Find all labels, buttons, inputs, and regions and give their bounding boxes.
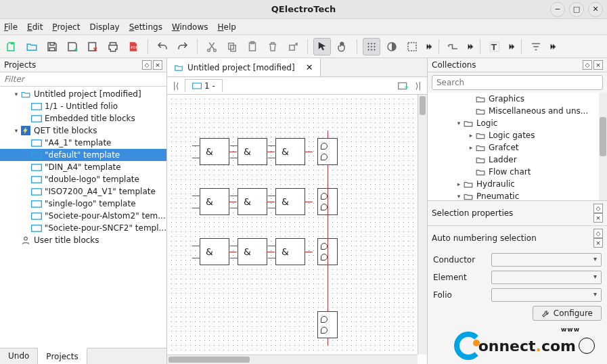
- collections-scrollbar[interactable]: [599, 93, 607, 200]
- contrast-button[interactable]: [383, 38, 401, 55]
- collection-item[interactable]: ▾Pneumatic: [428, 190, 607, 201]
- svg-point-14: [368, 49, 369, 50]
- configure-button[interactable]: Configure: [533, 306, 602, 321]
- conductor-combo[interactable]: [491, 253, 602, 267]
- svg-rect-25: [32, 152, 42, 158]
- tree-item[interactable]: ▾Untitled project [modified]: [0, 88, 166, 100]
- tree-item[interactable]: ▾QET title blocks: [0, 124, 166, 137]
- new-project-button[interactable]: [3, 38, 20, 55]
- projects-close-button[interactable]: ×: [153, 60, 162, 70]
- export-pdf-button[interactable]: PDF: [125, 38, 142, 55]
- autonum-close-button[interactable]: ×: [593, 238, 603, 248]
- save-button[interactable]: [43, 38, 61, 55]
- window-title: QElectroTech: [271, 4, 336, 14]
- filter-tool-button[interactable]: [527, 38, 545, 55]
- tree-item[interactable]: "ISO7200_A4_V1" template: [0, 185, 166, 198]
- canvas-vertical-scrollbar[interactable]: [418, 95, 427, 355]
- tree-item[interactable]: "single-logo" template: [0, 198, 166, 210]
- folio-label: Folio: [433, 290, 487, 300]
- toolbar-overflow-3[interactable]: [506, 41, 516, 53]
- collection-item[interactable]: ▸Grafcet: [428, 141, 607, 154]
- menu-edit[interactable]: Edit: [27, 22, 43, 32]
- collections-close-button[interactable]: ×: [593, 60, 603, 70]
- element-combo[interactable]: [491, 271, 602, 284]
- collections-panel-title: Collections: [432, 60, 476, 70]
- toolbar-overflow-1[interactable]: [424, 41, 433, 53]
- folio-last-button[interactable]: ⟩|: [412, 80, 424, 92]
- tree-item[interactable]: 1/1 - Untitled folio: [0, 100, 166, 112]
- selprops-close-button[interactable]: ×: [593, 213, 603, 223]
- folio-combo[interactable]: [491, 288, 602, 302]
- rotate-button[interactable]: [284, 38, 302, 55]
- save-as-button[interactable]: [64, 38, 81, 55]
- collection-item[interactable]: Miscellaneous and uns...: [428, 105, 607, 117]
- collection-item[interactable]: Flow chart: [428, 166, 607, 178]
- tree-item[interactable]: "double-logo" template: [0, 173, 166, 185]
- tree-item[interactable]: "Societe-pour-SNCF2" templ...: [0, 222, 166, 234]
- document-tab[interactable]: Untitled project [modified] ✕: [167, 58, 321, 76]
- svg-point-1: [208, 49, 210, 51]
- collections-search-input[interactable]: [432, 75, 603, 90]
- close-project-button[interactable]: [84, 38, 102, 55]
- tree-item[interactable]: "Societe-pour-Alstom2" tem...: [0, 210, 166, 222]
- delete-button[interactable]: [264, 38, 282, 55]
- collections-tree[interactable]: GraphicsMiscellaneous and uns...▾Logic▸L…: [428, 93, 607, 201]
- tree-item[interactable]: Embedded title blocks: [0, 112, 166, 124]
- tab-undo[interactable]: Undo: [0, 348, 38, 364]
- selection-tool-button[interactable]: [313, 38, 331, 55]
- element-label: Element: [433, 273, 487, 282]
- tree-item[interactable]: "A4_1" template: [0, 137, 166, 149]
- window-titlebar: QElectroTech ─ □ ✕: [0, 0, 607, 19]
- svg-rect-24: [32, 139, 42, 145]
- projects-float-button[interactable]: ◇: [142, 60, 152, 70]
- canvas-horizontal-scrollbar[interactable]: [167, 355, 418, 364]
- redo-button[interactable]: [174, 38, 192, 55]
- folio-tab[interactable]: 1 -: [185, 79, 223, 92]
- collection-item[interactable]: ▸Logic gates: [428, 129, 607, 141]
- projects-tree[interactable]: ▾Untitled project [modified]1/1 - Untitl…: [0, 87, 166, 348]
- svg-rect-22: [32, 115, 42, 121]
- grid-button[interactable]: [363, 38, 380, 55]
- text-tool-button[interactable]: T: [486, 38, 503, 55]
- copy-button[interactable]: [223, 38, 241, 55]
- tree-item[interactable]: "DIN_A4" template: [0, 161, 166, 173]
- tree-item[interactable]: "default" template: [0, 149, 166, 161]
- menu-windows[interactable]: Windows: [172, 22, 208, 32]
- collection-item[interactable]: Graphics: [428, 93, 607, 105]
- diagram-canvas[interactable]: & & & & & & & & &: [167, 95, 418, 355]
- collection-item[interactable]: Ladder: [428, 154, 607, 166]
- conductor-tool-button[interactable]: [445, 38, 462, 55]
- folio-add-button[interactable]: +: [397, 80, 409, 92]
- collection-item[interactable]: ▾Logic: [428, 117, 607, 129]
- projects-filter-input[interactable]: [0, 72, 166, 87]
- menu-project[interactable]: Project: [52, 22, 80, 32]
- menu-display[interactable]: Display: [89, 22, 119, 32]
- maximize-button[interactable]: □: [569, 2, 584, 17]
- svg-rect-7: [290, 45, 295, 50]
- minimize-button[interactable]: ─: [550, 2, 565, 17]
- document-tab-close[interactable]: ✕: [306, 62, 313, 72]
- menu-help[interactable]: Help: [217, 22, 235, 32]
- tree-item[interactable]: User title blocks: [0, 234, 166, 246]
- svg-point-32: [24, 237, 28, 240]
- svg-rect-30: [32, 212, 42, 219]
- tab-projects[interactable]: Projects: [38, 348, 87, 364]
- menu-settings[interactable]: Settings: [129, 22, 162, 32]
- toolbar-overflow-2[interactable]: [465, 41, 474, 53]
- print-button[interactable]: [104, 38, 122, 55]
- svg-point-15: [371, 49, 372, 50]
- close-button[interactable]: ✕: [588, 2, 603, 17]
- collection-item[interactable]: ▸Hydraulic: [428, 178, 607, 190]
- undo-button[interactable]: [154, 38, 171, 55]
- paste-button[interactable]: [244, 38, 261, 55]
- menu-file[interactable]: File: [4, 22, 18, 32]
- pan-tool-button[interactable]: [334, 38, 351, 55]
- autonum-float-button[interactable]: ◇: [593, 229, 603, 238]
- collections-float-button[interactable]: ◇: [583, 60, 592, 70]
- selprops-float-button[interactable]: ◇: [593, 204, 603, 213]
- cut-button[interactable]: [203, 38, 221, 55]
- select-area-button[interactable]: [403, 38, 421, 55]
- toolbar-overflow-4[interactable]: [547, 41, 557, 53]
- open-button[interactable]: [23, 38, 41, 55]
- folio-first-button[interactable]: |⟨: [170, 80, 182, 92]
